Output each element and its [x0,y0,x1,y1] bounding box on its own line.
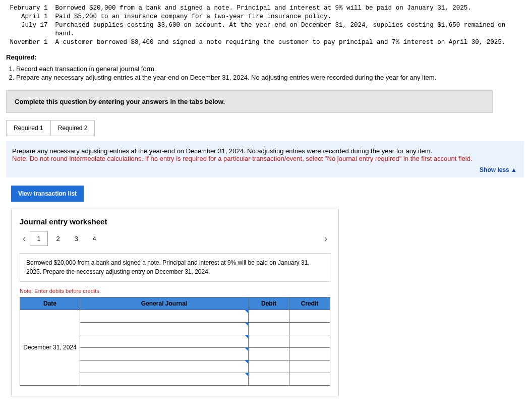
pager-page-3[interactable]: 3 [67,233,85,245]
account-cell[interactable] [80,335,249,348]
header-credit: Credit [289,297,330,310]
worksheet-title: Journal entry worksheet [20,217,330,226]
transaction-nov1: November 1 A customer borrowed $8,400 an… [6,38,524,47]
pager-prev-icon[interactable]: ‹ [20,233,29,244]
account-cell[interactable] [80,373,249,386]
transaction-feb1: February 1 Borrowed $20,000 from a bank … [6,4,524,13]
credit-cell[interactable] [289,361,330,373]
instruction-panel: Prepare any necessary adjusting entries … [6,141,524,177]
account-cell[interactable] [80,310,249,323]
pager: ‹ 1 2 3 4 › [20,231,330,246]
account-cell[interactable] [80,323,249,335]
pager-page-4[interactable]: 4 [85,233,103,245]
journal-entry-table: Date General Journal Debit Credit Decemb… [20,297,330,386]
date-cell[interactable]: December 31, 2024 [20,310,80,386]
show-less-toggle[interactable]: Show less ▲ [480,166,517,173]
instruction-bar: Complete this question by entering your … [6,90,493,113]
credit-cell[interactable] [289,373,330,386]
journal-worksheet: Journal entry worksheet ‹ 1 2 3 4 › Borr… [11,209,339,396]
tab-bar: Required 1 Required 2 [6,120,524,136]
debit-cell[interactable] [249,335,289,348]
account-cell[interactable] [80,348,249,361]
required-item-1: Record each transaction in general journ… [16,65,524,73]
view-transaction-list-button[interactable]: View transaction list [11,186,84,202]
credit-cell[interactable] [289,335,330,348]
debit-cell[interactable] [249,310,289,323]
debit-cell[interactable] [249,323,289,335]
panel-line-1: Prepare any necessary adjusting entries … [12,147,518,155]
debit-cell[interactable] [249,373,289,386]
credit-cell[interactable] [289,323,330,335]
header-gj: General Journal [80,297,249,310]
tab-required-2[interactable]: Required 2 [51,120,95,136]
note-debits-before-credits: Note: Enter debits before credits. [20,288,330,294]
header-date: Date [20,297,80,310]
table-row: December 31, 2024 [20,310,330,323]
panel-line-2: Note: Do not round intermediate calculat… [12,155,518,162]
pager-page-2[interactable]: 2 [49,233,67,245]
required-heading: Required: [6,53,524,61]
pager-page-1[interactable]: 1 [30,231,48,246]
transaction-jul17a: July 17 Purchased supplies costing $3,60… [6,21,524,30]
entry-description: Borrowed $20,000 from a bank and signed … [20,253,330,282]
debit-cell[interactable] [249,348,289,361]
header-debit: Debit [249,297,289,310]
debit-cell[interactable] [249,361,289,373]
account-cell[interactable] [80,361,249,373]
credit-cell[interactable] [289,348,330,361]
transaction-jul17b: hand. [6,30,524,38]
transaction-apr1: April 1 Paid $5,200 to an insurance comp… [6,13,524,21]
caret-up-icon: ▲ [511,166,517,173]
tab-required-1[interactable]: Required 1 [6,120,51,136]
pager-next-icon[interactable]: › [321,233,330,244]
required-list: Record each transaction in general journ… [8,65,524,81]
required-item-2: Prepare any necessary adjusting entries … [16,74,524,81]
show-less-label: Show less [480,166,509,173]
credit-cell[interactable] [289,310,330,323]
